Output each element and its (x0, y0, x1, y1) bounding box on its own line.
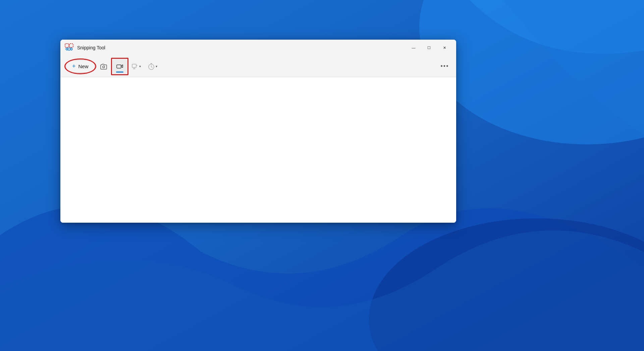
snipping-tool-window: Snipping Tool — ☐ ✕ + New (60, 40, 456, 223)
svg-rect-3 (65, 44, 69, 47)
snip-mode-icon (131, 63, 139, 70)
timer-icon (148, 63, 155, 70)
screenshot-button[interactable] (96, 59, 111, 74)
svg-rect-13 (132, 64, 136, 68)
svg-line-10 (69, 50, 70, 51)
new-button-label: New (78, 63, 89, 69)
svg-point-5 (66, 48, 68, 50)
close-button[interactable]: ✕ (437, 42, 452, 53)
app-icon (64, 43, 74, 52)
timer-dropdown-icon: ▾ (156, 64, 157, 68)
more-options-button[interactable]: ••• (439, 60, 451, 73)
svg-line-9 (68, 50, 69, 51)
svg-rect-4 (69, 44, 73, 47)
new-button[interactable]: + New (66, 60, 95, 73)
window-controls: — ☐ ✕ (406, 42, 452, 53)
content-area (60, 77, 456, 223)
camera-icon (100, 63, 107, 70)
title-bar: Snipping Tool — ☐ ✕ (60, 40, 456, 56)
selected-indicator (116, 72, 123, 73)
svg-point-6 (70, 48, 72, 50)
svg-line-8 (69, 48, 70, 49)
plus-icon: + (72, 63, 76, 70)
svg-rect-12 (117, 65, 121, 68)
snip-mode-dropdown-icon: ▾ (139, 64, 141, 68)
toolbar: + New ▾ (60, 56, 456, 77)
video-record-icon (116, 63, 123, 70)
svg-line-7 (68, 48, 69, 49)
snip-mode-button[interactable]: ▾ (128, 59, 144, 74)
video-record-button[interactable] (112, 59, 127, 74)
maximize-button[interactable]: ☐ (421, 42, 437, 53)
window-title: Snipping Tool (77, 45, 406, 50)
minimize-button[interactable]: — (406, 42, 421, 53)
svg-point-11 (103, 66, 105, 68)
timer-button[interactable]: ▾ (145, 59, 160, 74)
